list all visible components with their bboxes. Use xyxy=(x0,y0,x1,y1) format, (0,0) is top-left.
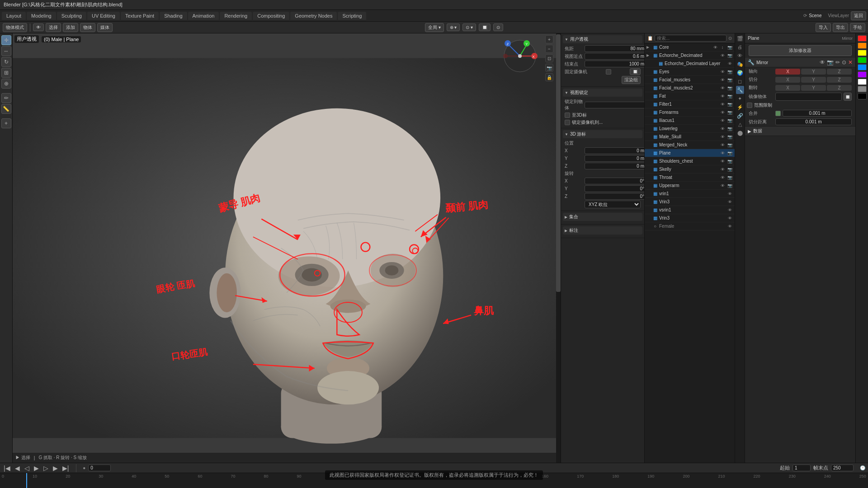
media-btn[interactable]: 媒体 xyxy=(97,23,113,32)
ol-vis-eyes[interactable]: 👁 xyxy=(719,69,726,75)
transform-tool[interactable]: ⊕ xyxy=(1,79,11,89)
fit-btn[interactable]: ⊡ xyxy=(545,54,553,62)
mirror-obj-picker[interactable]: 🔲 xyxy=(844,93,852,101)
anim-start-btn[interactable]: |◀ xyxy=(3,465,11,472)
loc-z-input[interactable] xyxy=(585,163,644,169)
add-modifier-btn[interactable]: 添加修改器 xyxy=(749,45,852,56)
ol-ren-fat[interactable]: 📷 xyxy=(726,93,733,99)
ol-item-upperarm[interactable]: ▦ Upperarm 👁 📷 xyxy=(645,182,735,190)
frame-end-input[interactable] xyxy=(831,465,854,471)
overlay-btn[interactable]: ⊙ xyxy=(493,23,503,31)
view-section-header[interactable]: ▼ 用户透视 xyxy=(563,35,642,43)
swatch-yellow[interactable] xyxy=(858,50,867,56)
ol-item-shoulders[interactable]: ▦ Shoulders_chest 👁 📷 xyxy=(645,157,735,165)
shading-btn[interactable]: 🔲 xyxy=(479,23,491,31)
ol-ren-echorche[interactable]: 📷 xyxy=(726,52,733,59)
ol-item-filter1[interactable]: ▦ Filter1 👁 📷 xyxy=(645,100,735,108)
camera-cb[interactable] xyxy=(606,69,611,75)
ol-vis-core[interactable]: 👁 xyxy=(712,44,718,51)
ol-vis-upperarm[interactable]: 👁 xyxy=(719,183,726,189)
ol-vis-vrin1[interactable]: 👁 xyxy=(726,191,733,197)
ol-vis-lowerleg[interactable]: 👁 xyxy=(719,126,726,132)
ol-vis-iliacus1[interactable]: 👁 xyxy=(719,117,726,124)
ol-ren-male-skull[interactable]: 📷 xyxy=(726,134,733,140)
ol-sel-core[interactable]: ↕ xyxy=(719,44,726,51)
tab-layout[interactable]: Layout xyxy=(2,12,26,20)
focal-input[interactable] xyxy=(585,45,644,52)
props-physics-icon[interactable]: ⚡ xyxy=(736,103,744,111)
export-btn[interactable]: 导出 xyxy=(833,23,848,32)
add-tool[interactable]: + xyxy=(1,118,11,128)
mirror-render-icon[interactable]: 📷 xyxy=(827,59,834,66)
cursor-tool[interactable]: ✛ xyxy=(1,35,11,45)
axis-z-btn[interactable]: Z xyxy=(827,69,852,75)
ol-ren-lowerleg[interactable]: 📷 xyxy=(726,126,733,132)
view-btn[interactable]: 👁 xyxy=(33,23,44,31)
ol-ren-facial[interactable]: 📷 xyxy=(726,77,733,83)
tab-rendering[interactable]: Rendering xyxy=(220,12,252,20)
frame-start-input[interactable] xyxy=(793,465,811,471)
bisect-y-btn[interactable]: Y xyxy=(801,77,826,83)
ol-vis-fat[interactable]: 👁 xyxy=(719,93,726,99)
lock-btn[interactable]: 🔒 xyxy=(545,73,553,81)
ol-item-iliacus1[interactable]: ▦ Iliacus1 👁 📷 xyxy=(645,117,735,125)
tab-compositing[interactable]: Compositing xyxy=(253,12,289,20)
props-render-icon[interactable]: 🎬 xyxy=(736,34,744,42)
data-section-header[interactable]: ▶ 数据 xyxy=(745,127,855,136)
swatch-blue[interactable] xyxy=(858,64,867,70)
props-particles-icon[interactable]: ✦ xyxy=(736,94,744,103)
navigation-gizmo[interactable]: X Y Z xyxy=(502,38,538,74)
ol-ren-facial2[interactable]: 📷 xyxy=(726,85,733,91)
ol-vis-echorche-layer[interactable]: 👁 xyxy=(726,61,733,67)
select-btn[interactable]: 选择 xyxy=(46,23,61,32)
props-object-icon[interactable]: ◻ xyxy=(736,77,744,85)
ol-item-echorche-layer[interactable]: ▦ Echorche_Decimated Layer 👁 xyxy=(645,60,735,68)
ol-vis-vrin3b[interactable]: 👁 xyxy=(726,215,733,221)
ol-item-lowerleg[interactable]: ▦ Lowerleg 👁 📷 xyxy=(645,125,735,133)
proportional-btn[interactable]: ⊙ ▾ xyxy=(462,23,476,31)
ol-vis-filter1[interactable]: 👁 xyxy=(719,101,726,108)
anim-play-btn[interactable]: ▶ xyxy=(33,465,40,472)
ol-ren-core[interactable]: 📷 xyxy=(726,44,733,51)
swatch-red[interactable] xyxy=(858,35,867,42)
ol-item-eyes[interactable]: ▦ Eyes 👁 📷 xyxy=(645,68,735,76)
measure-tool[interactable]: 📏 xyxy=(1,104,11,114)
ol-ren-filter1[interactable]: 📷 xyxy=(726,101,733,108)
ol-item-vrin3a[interactable]: ▦ Vrin3 👁 xyxy=(645,198,735,206)
mirror-obj-field[interactable] xyxy=(775,93,842,101)
outliner-search[interactable] xyxy=(655,35,726,42)
bisect-z-btn[interactable]: Z xyxy=(827,77,852,83)
object-btn[interactable]: 物体 xyxy=(80,23,95,32)
mirror-realtime-icon[interactable]: ⊙ xyxy=(842,59,846,66)
filter-icon[interactable]: ⊙ xyxy=(728,36,732,41)
props-constraints-icon[interactable]: 🔗 xyxy=(736,112,744,120)
far-clip-input[interactable] xyxy=(585,61,644,67)
swatch-orange[interactable] xyxy=(858,42,867,49)
ol-vis-forearms[interactable]: 👁 xyxy=(719,109,726,116)
merge-val-input[interactable] xyxy=(783,110,852,117)
lock-3d-cb[interactable] xyxy=(565,113,570,118)
ol-vis-echorche[interactable]: 👁 xyxy=(719,52,726,59)
hand-btn[interactable]: 手绘 xyxy=(850,23,865,32)
tab-geometry-nodes[interactable]: Geometry Nodes xyxy=(290,12,337,20)
props-material-icon[interactable]: ⬤ xyxy=(736,129,744,137)
import-btn[interactable]: 导入 xyxy=(816,23,831,32)
props-view-icon[interactable]: 👁 xyxy=(736,52,744,60)
render-btn[interactable]: 渲染组 xyxy=(622,76,641,84)
move-tool[interactable]: ↔ xyxy=(1,46,11,56)
ol-ren-throat[interactable]: 📷 xyxy=(726,174,733,181)
ol-ren-plane[interactable]: 📷 xyxy=(726,150,733,156)
ol-item-skelly[interactable]: ▦ Skelly 👁 📷 xyxy=(645,165,735,174)
axis-y-btn[interactable]: Y xyxy=(801,69,826,75)
ol-ren-merged-neck[interactable]: 📷 xyxy=(726,142,733,148)
bisect-x-btn[interactable]: X xyxy=(775,77,800,83)
ol-ren-shoulders[interactable]: 📷 xyxy=(726,158,733,164)
notes-header[interactable]: ▶ 标注 xyxy=(563,226,642,235)
lock-to-input[interactable] xyxy=(585,102,644,108)
ol-item-plane[interactable]: ▦ Plane 👁 📷 xyxy=(645,149,735,157)
tab-texture-paint[interactable]: Texture Paint xyxy=(121,12,159,20)
global-btn[interactable]: 全局 ▾ xyxy=(425,23,444,32)
near-clip-input[interactable] xyxy=(585,53,644,60)
ol-vis-female[interactable]: 👁 xyxy=(726,223,733,230)
axis-x-btn[interactable]: X xyxy=(775,69,800,75)
